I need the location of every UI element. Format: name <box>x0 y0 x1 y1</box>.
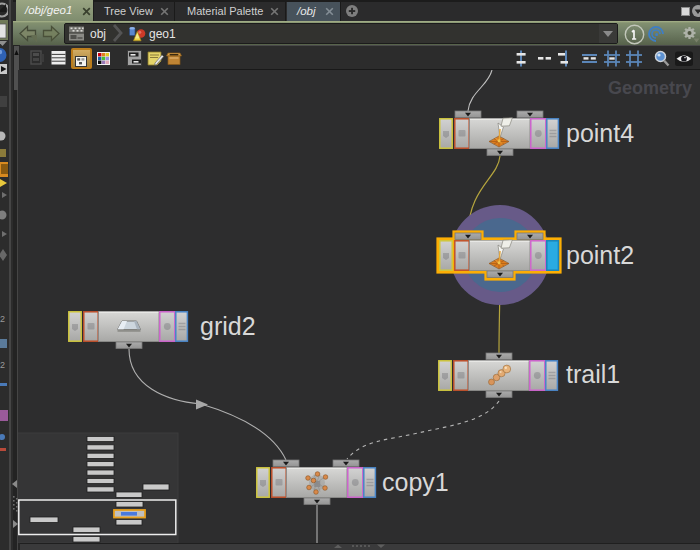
svg-text:2: 2 <box>0 360 5 370</box>
svg-text:trail1: trail1 <box>566 360 620 388</box>
svg-text:copy1: copy1 <box>382 468 449 496</box>
svg-text:grid2: grid2 <box>200 312 256 340</box>
svg-text:point2: point2 <box>566 241 634 269</box>
svg-text:Geometry: Geometry <box>608 78 692 98</box>
svg-text:2: 2 <box>0 314 5 324</box>
svg-text:point4: point4 <box>566 119 634 147</box>
